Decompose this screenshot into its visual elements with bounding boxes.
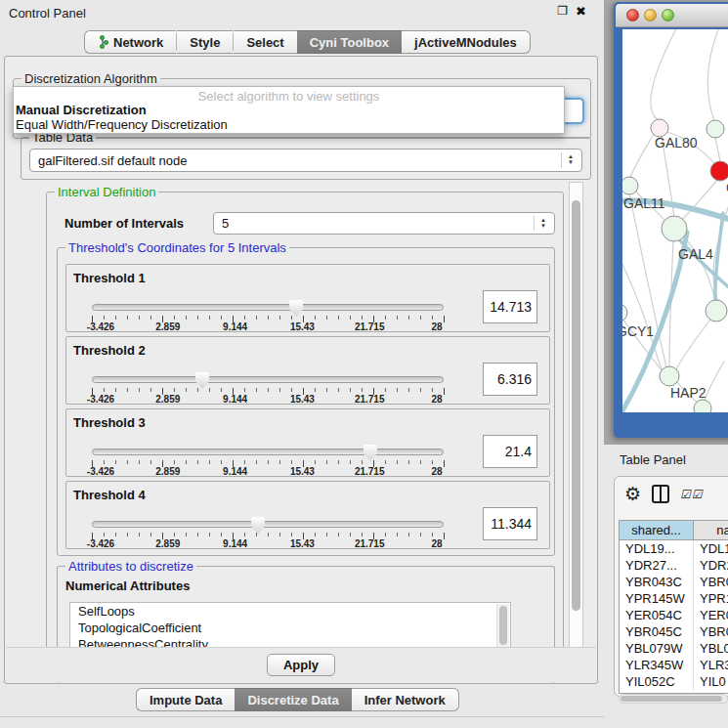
- threshold-slider[interactable]: [92, 521, 444, 528]
- network-edge: [715, 213, 723, 303]
- tab-label: Network: [113, 35, 163, 50]
- network-node[interactable]: [622, 304, 627, 321]
- table-row[interactable]: YBR043CYBR0: [620, 574, 728, 590]
- table-column-header-name[interactable]: name: [694, 521, 728, 539]
- table-cell[interactable]: YLR3: [694, 657, 728, 673]
- table-row[interactable]: YPR145WYPR1: [620, 590, 728, 607]
- top-tab-bar: NetworkStyleSelectCyni ToolboxjActiveMNo…: [84, 30, 531, 54]
- tab-impute-data[interactable]: Impute Data: [136, 688, 235, 711]
- table-cell[interactable]: YDL19...: [620, 540, 694, 557]
- table-row[interactable]: YER054CYER0: [620, 607, 728, 623]
- threshold-slider[interactable]: [92, 304, 444, 311]
- table-cell[interactable]: YIL0: [694, 673, 728, 690]
- network-edge: [705, 362, 724, 401]
- split-columns-icon[interactable]: [652, 485, 669, 503]
- threshold-value-field[interactable]: 21.4: [483, 435, 537, 468]
- attribute-list-item[interactable]: SelfLoops: [70, 603, 510, 620]
- close-traffic-light-icon[interactable]: [626, 9, 639, 21]
- zoom-traffic-light-icon[interactable]: [662, 9, 674, 21]
- threshold-value-field[interactable]: 14.713: [483, 290, 537, 323]
- network-node[interactable]: [622, 177, 638, 194]
- tab-style[interactable]: Style: [177, 30, 233, 54]
- table-cell[interactable]: YDL1: [694, 540, 728, 557]
- tab-jactivemnodules[interactable]: jActiveMNodules: [402, 30, 531, 54]
- network-view-window[interactable]: GAL80GAL11GAL4GCY1HAP2GCH: [614, 2, 728, 438]
- apply-button[interactable]: Apply: [267, 654, 335, 676]
- threshold-label: Threshold 1: [73, 271, 146, 285]
- table-column-header-shared-name[interactable]: shared...: [620, 521, 694, 539]
- table-cell[interactable]: YBL079W: [620, 640, 694, 657]
- network-node[interactable]: [694, 400, 711, 412]
- number-of-intervals-combo[interactable]: 5 ▲▼: [213, 212, 555, 235]
- table-cell[interactable]: YBR0: [694, 574, 728, 590]
- network-node[interactable]: [662, 216, 687, 241]
- table-cell[interactable]: YBR043C: [620, 574, 694, 590]
- tab-discretize-data[interactable]: Discretize Data: [235, 688, 351, 711]
- tab-network[interactable]: Network: [84, 30, 176, 54]
- network-node-label: GAL4: [678, 246, 713, 262]
- table-cell[interactable]: YER054C: [620, 607, 694, 623]
- network-edge: [630, 134, 654, 178]
- network-node[interactable]: [660, 366, 679, 386]
- combo-spinner-icon[interactable]: ▲▼: [561, 152, 574, 167]
- table-row[interactable]: YBR045CYBR0: [620, 623, 728, 640]
- close-window-icon[interactable]: ✖: [576, 4, 586, 19]
- threshold-slider[interactable]: [92, 376, 444, 383]
- threshold-value-field[interactable]: 11.344: [483, 507, 537, 540]
- table-cell[interactable]: YLR345W: [620, 657, 694, 673]
- attribute-list-item[interactable]: TopologicalCoefficient: [70, 620, 510, 636]
- table-row[interactable]: YBL079WYBL0: [620, 640, 728, 657]
- slider-tick-labels: -3.4262.8599.14415.4321.71528: [78, 394, 459, 405]
- network-node[interactable]: [707, 120, 724, 138]
- table-cell[interactable]: YPR145W: [620, 590, 694, 607]
- table-row[interactable]: YLR345WYLR3: [620, 657, 728, 673]
- tab-label: Impute Data: [150, 693, 222, 707]
- table-cell[interactable]: YBR045C: [620, 623, 694, 640]
- network-edge: [715, 138, 720, 162]
- table-cell[interactable]: YDR27...: [620, 557, 694, 574]
- network-node[interactable]: [706, 300, 727, 321]
- slider-tick-labels: -3.4262.8599.14415.4321.71528: [78, 321, 459, 332]
- threshold-panel: Threshold 2-3.4262.8599.14415.4321.71528…: [65, 336, 550, 405]
- threshold-value-field[interactable]: 6.316: [483, 363, 537, 396]
- network-node-label: GCY1: [622, 323, 654, 339]
- tab-cyni-toolbox[interactable]: Cyni Toolbox: [297, 30, 402, 54]
- algorithm-option[interactable]: Equal Width/Frequency Discretization: [15, 117, 563, 132]
- table-row[interactable]: YIL052CYIL0: [620, 673, 728, 690]
- algorithm-group-title: Discretization Algorithm: [21, 71, 160, 86]
- gear-icon[interactable]: ⚙: [624, 485, 641, 503]
- numerical-attributes-label: Numerical Attributes: [65, 578, 190, 593]
- algorithm-option[interactable]: Manual Discretization: [15, 103, 563, 117]
- table-cell[interactable]: YIL052C: [620, 673, 694, 690]
- table-cell[interactable]: YBR0: [694, 623, 728, 640]
- table-horizontal-scrollbar[interactable]: [619, 694, 728, 704]
- select-columns-icon[interactable]: ☑☑: [680, 488, 704, 501]
- minimize-traffic-light-icon[interactable]: [644, 9, 657, 21]
- attributes-list-scrollbar[interactable]: [496, 604, 509, 653]
- float-window-icon[interactable]: ❐: [557, 4, 568, 19]
- network-edge: [622, 254, 662, 369]
- control-panel-title: Control Panel: [9, 6, 86, 21]
- content-vertical-scrollbar[interactable]: [569, 182, 583, 653]
- table-cell[interactable]: YDR2: [694, 557, 728, 574]
- numerical-attributes-list[interactable]: SelfLoopsTopologicalCoefficientBetweenne…: [69, 602, 511, 653]
- network-canvas[interactable]: GAL80GAL11GAL4GCY1HAP2GCH: [622, 29, 728, 412]
- combo-spinner-icon[interactable]: ▲▼: [534, 216, 546, 231]
- network-window-titlebar[interactable]: [616, 4, 728, 27]
- threshold-slider[interactable]: [92, 449, 444, 455]
- slider-thumb[interactable]: [364, 445, 377, 461]
- table-cell[interactable]: YPR1: [694, 590, 728, 607]
- table-cell[interactable]: YER0: [694, 607, 728, 623]
- table-cell[interactable]: YBL0: [694, 640, 728, 657]
- slider-thumb[interactable]: [289, 300, 303, 317]
- table-row[interactable]: YDL19...YDL1: [620, 540, 728, 557]
- table-row[interactable]: YDR27...YDR2: [620, 557, 728, 574]
- slider-thumb[interactable]: [251, 517, 265, 534]
- network-edge: [651, 29, 681, 121]
- tab-select[interactable]: Select: [234, 30, 296, 54]
- interval-definition-group: Interval Definition Number of Intervals …: [46, 192, 564, 649]
- table-data-combo[interactable]: galFiltered.sif default node ▲▼: [29, 149, 582, 172]
- network-node[interactable]: [710, 161, 728, 181]
- tab-infer-network[interactable]: Infer Network: [352, 688, 459, 711]
- slider-thumb[interactable]: [195, 372, 209, 389]
